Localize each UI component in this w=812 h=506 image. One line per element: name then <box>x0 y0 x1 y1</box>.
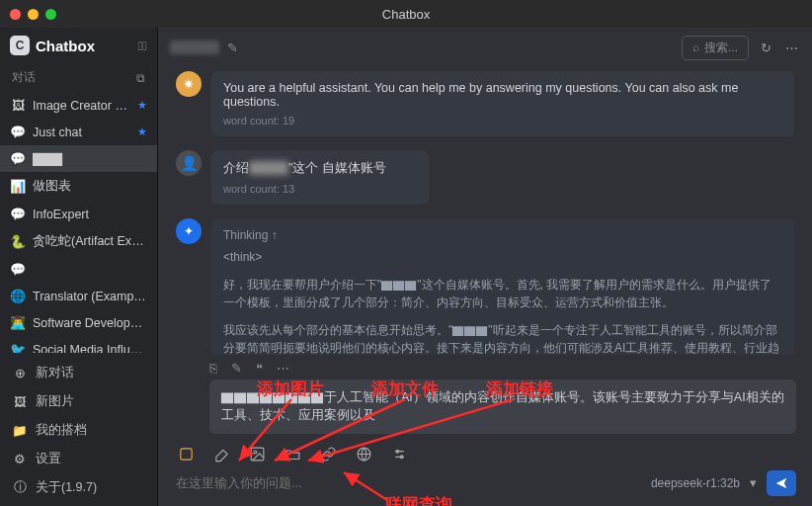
composer-input-row: deepseek-r1:32b ▾ <box>174 469 796 496</box>
star-icon: ★ <box>137 99 147 112</box>
sidebar-footer-item[interactable]: ⊕新对话 <box>10 359 147 387</box>
search-placeholder: 搜索... <box>704 40 738 56</box>
send-button[interactable] <box>767 470 796 496</box>
footer-label: 新对话 <box>36 365 74 381</box>
sidebar-footer: ⊕新对话🖼新图片📁我的搭档⚙设置ⓘ关于(1.9.7) <box>0 353 157 506</box>
sidebar-conversation[interactable]: 💬 <box>0 256 157 283</box>
composer-icon-row <box>174 440 796 465</box>
bubble-assistant: Thinking ↑ <think> 好，我现在要帮用户介绍一下"▇▇▇"这个自… <box>211 218 794 355</box>
thinking-body: <think> 好，我现在要帮用户介绍一下"▇▇▇"这个自媒体账号。首先, 我需… <box>223 248 782 355</box>
content-pane: ✎ ⌕ 搜索... ↻ ⋯ ✷ You are a helpful assist… <box>158 28 812 506</box>
sidebar-conversation[interactable]: 📊做图表 <box>0 172 157 201</box>
conv-label: 做图表 <box>33 178 147 195</box>
sidebar-footer-item[interactable]: ⚙设置 <box>10 445 147 473</box>
conv-icon: 💬 <box>10 207 26 221</box>
conv-icon: 📊 <box>10 179 26 194</box>
new-conv-small-icon[interactable]: ⧉ <box>136 71 145 85</box>
history-icon[interactable]: ↻ <box>757 41 774 55</box>
conv-icon: 💬 <box>10 125 26 139</box>
svg-point-2 <box>253 450 256 453</box>
model-dropdown-icon[interactable]: ▾ <box>750 475 757 490</box>
conv-label: Social Media Influence... <box>33 343 147 354</box>
sidebar: C Chatbox �⃞ 对话 ⧉ 🖼Image Creator (E...★💬… <box>0 28 158 506</box>
conv-label: Just chat <box>33 126 130 139</box>
reply-preview: ▇▇▇▇▇▇▇▇于人工智能（AI）领域的内容创作自媒体账号。该账号主要致力于分享… <box>209 380 796 435</box>
message-input[interactable] <box>174 469 641 496</box>
avatar-system: ✷ <box>176 71 202 97</box>
system-wordcount: word count: 19 <box>223 115 782 126</box>
sidebar-conversation[interactable]: 💬Just chat★ <box>0 119 157 145</box>
conversation-list: 🖼Image Creator (E...★💬Just chat★💬▇▇▇📊做图表… <box>0 92 157 353</box>
collapse-sidebar-icon[interactable]: �⃞ <box>138 39 148 53</box>
footer-label: 设置 <box>36 451 61 467</box>
quote-icon[interactable]: ❝ <box>256 361 263 376</box>
conv-icon: 🐍 <box>10 234 26 249</box>
sidebar-footer-item[interactable]: ⓘ关于(1.9.7) <box>10 473 147 502</box>
conv-label: Image Creator (E... <box>33 99 130 113</box>
sidebar-conversation[interactable]: 🖼Image Creator (E...★ <box>0 92 157 119</box>
eraser-icon[interactable] <box>211 444 231 464</box>
conv-icon: 🌐 <box>10 289 26 303</box>
avatar-assistant: ✦ <box>176 218 202 244</box>
sidebar-footer-item[interactable]: 📁我的搭档 <box>10 416 147 445</box>
chat-title-redacted <box>170 41 219 54</box>
footer-label: 我的搭档 <box>36 422 87 439</box>
conv-label: 贪吃蛇(Artifact Example) <box>33 233 147 250</box>
app-logo: C <box>10 36 30 55</box>
bubble-system: You are a helpful assistant. You can hel… <box>211 71 794 136</box>
thinking-header[interactable]: Thinking ↑ <box>223 228 782 242</box>
minimize-icon[interactable] <box>28 9 39 20</box>
maximize-icon[interactable] <box>45 9 56 20</box>
sidebar-conversation[interactable]: 🐍贪吃蛇(Artifact Example) <box>0 227 157 256</box>
search-box[interactable]: ⌕ 搜索... <box>682 36 749 60</box>
add-link-icon[interactable] <box>318 444 338 464</box>
sidebar-conversation[interactable]: 💬InfoExpert <box>0 201 157 227</box>
conv-icon: 🖼 <box>10 98 26 113</box>
footer-icon: 🖼 <box>12 395 28 409</box>
close-icon[interactable] <box>10 9 21 20</box>
footer-icon: ⚙ <box>12 452 28 466</box>
sidebar-conversation[interactable]: 🌐Translator (Example) <box>0 283 157 309</box>
conv-label: InfoExpert <box>33 208 147 221</box>
titlebar: Chatbox <box>0 0 812 28</box>
sidebar-conversation[interactable]: 🐦Social Media Influence... <box>0 336 157 353</box>
edit-title-icon[interactable]: ✎ <box>227 41 238 55</box>
sidebar-conversation[interactable]: 💬▇▇▇ <box>0 145 157 172</box>
sidebar-header: C Chatbox �⃞ <box>0 28 157 63</box>
footer-icon: 📁 <box>12 423 28 438</box>
message-actions: ⎘ ✎ ❝ ⋯ <box>174 361 796 380</box>
window-title: Chatbox <box>382 7 430 22</box>
message-user: 👤 介绍xxx"这个 自媒体账号 word count: 13 <box>176 150 794 205</box>
chat-scroll: ✷ You are a helpful assistant. You can h… <box>158 67 812 355</box>
star-icon: ★ <box>137 126 147 138</box>
model-label[interactable]: deepseek-r1:32b <box>651 476 740 490</box>
user-text: 介绍xxx"这个 自媒体账号 <box>223 160 417 177</box>
app-name: Chatbox <box>36 38 132 54</box>
search-icon: ⌕ <box>692 41 699 54</box>
settings-toggle-icon[interactable] <box>389 444 409 464</box>
more-icon[interactable]: ⋯ <box>782 41 800 55</box>
more-actions-icon[interactable]: ⋯ <box>277 361 289 376</box>
edit-icon[interactable]: ✎ <box>231 361 242 376</box>
copy-icon[interactable]: ⎘ <box>209 361 217 376</box>
svg-rect-0 <box>180 448 191 459</box>
sidebar-conversation[interactable]: 👨‍💻Software Developer (E... <box>0 309 157 336</box>
add-file-icon[interactable] <box>283 444 302 464</box>
prompt-library-icon[interactable] <box>176 444 196 464</box>
message-system: ✷ You are a helpful assistant. You can h… <box>176 71 794 136</box>
footer-icon: ⊕ <box>12 366 28 380</box>
conv-label: Translator (Example) <box>33 290 147 303</box>
conv-icon: 💬 <box>10 262 26 277</box>
composer-area: ⎘ ✎ ❝ ⋯ ▇▇▇▇▇▇▇▇于人工智能（AI）领域的内容创作自媒体账号。该账… <box>158 355 812 507</box>
conv-label: ▇▇▇ <box>33 151 147 166</box>
window-controls <box>10 9 56 20</box>
sidebar-footer-item[interactable]: 🖼新图片 <box>10 387 147 416</box>
bubble-user: 介绍xxx"这个 自媒体账号 word count: 13 <box>211 150 429 205</box>
svg-rect-1 <box>251 448 264 461</box>
conv-label: Software Developer (E... <box>33 316 147 330</box>
user-wordcount: word count: 13 <box>223 183 417 195</box>
footer-icon: ⓘ <box>12 479 28 496</box>
add-image-icon[interactable] <box>247 444 267 464</box>
web-search-icon[interactable] <box>354 444 373 464</box>
conv-icon: 👨‍💻 <box>10 315 26 330</box>
